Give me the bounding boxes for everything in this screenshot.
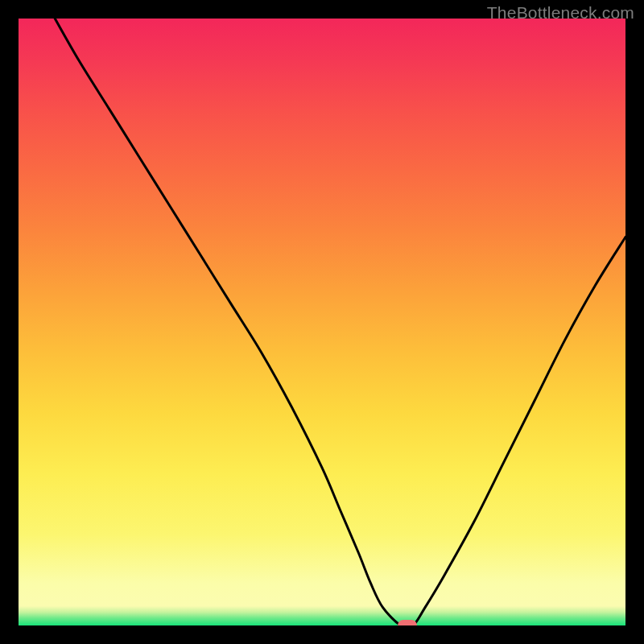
bottleneck-curve (55, 19, 625, 625)
optimum-marker (398, 620, 417, 625)
plot-area (19, 19, 625, 625)
watermark-text: TheBottleneck.com (487, 3, 634, 23)
chart-frame: TheBottleneck.com (0, 0, 644, 644)
curve-layer (19, 19, 625, 625)
